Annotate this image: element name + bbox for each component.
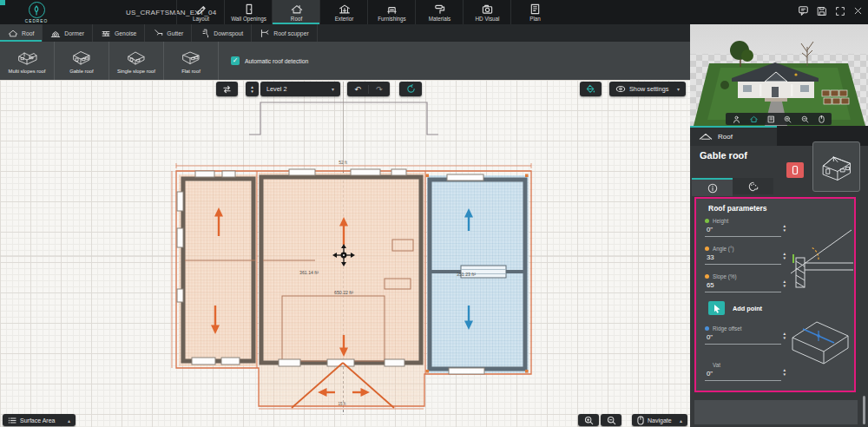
tool-flat-roof[interactable]: Flat roof (164, 42, 219, 80)
pencil-icon (195, 3, 207, 15)
chevron-up-icon: ▴ (68, 417, 70, 424)
undo-redo-group: ↶ ↷ (347, 82, 390, 96)
info-icon (707, 183, 718, 194)
roof-icon (699, 132, 713, 142)
tab-wall-openings[interactable]: Wall Openings (224, 0, 273, 24)
field-slope: Slope (%) 65 ▲▼ (705, 273, 788, 292)
3d-scene (690, 24, 868, 126)
ribbon-tab-roof-scupper[interactable]: Roof scupper (252, 24, 317, 42)
undo-button[interactable]: ↶ (347, 85, 369, 94)
panel-tab-roof[interactable]: Roof (690, 126, 777, 146)
delete-roof-button[interactable] (786, 162, 804, 178)
ribbon-tab-gutter[interactable]: Gutter (145, 24, 192, 42)
roof-icon (291, 3, 303, 15)
tool-multi-slopes-roof[interactable]: Multi slopes roof (0, 42, 55, 80)
area-label-middle: 650.22 ft² (334, 290, 353, 295)
zoom-in-button[interactable] (578, 414, 599, 426)
scupper-icon (260, 29, 270, 38)
vat-input[interactable]: 0" (705, 370, 781, 381)
chevron-down-icon: ▾ (332, 86, 334, 92)
zoom-out-button[interactable] (601, 414, 621, 426)
3d-preview[interactable] (690, 24, 868, 126)
navigate-button[interactable]: Navigate ▴ (632, 414, 687, 426)
ribbon-tab-downspout[interactable]: Downspout (192, 24, 252, 42)
top-bar: CEDREO US_CRAFTSMAN_EXT_04 Layout Wall O… (0, 0, 868, 24)
swap-level-button[interactable] (216, 82, 238, 96)
redo-button[interactable]: ↷ (369, 85, 390, 94)
ribbon-tab-roof[interactable]: Roof (0, 24, 43, 42)
porch-dimension-label: 15 ft (339, 402, 347, 406)
feedback-icon[interactable] (798, 5, 809, 16)
paint-roof-button[interactable] (580, 82, 602, 96)
tab-layout[interactable]: Layout (176, 0, 225, 24)
zoom-in-icon[interactable] (784, 115, 792, 123)
level-dropdown[interactable]: Level 2 ▾ (260, 82, 340, 96)
add-point-button[interactable]: Add point (708, 301, 762, 315)
save-icon[interactable] (817, 6, 827, 16)
fullscreen-icon[interactable] (835, 6, 845, 16)
person-icon[interactable] (733, 115, 740, 123)
slope-status-dot (705, 274, 709, 279)
area-label-right: 351.23 ft² (457, 272, 476, 277)
roof-type-thumbnail[interactable] (812, 141, 860, 192)
panel-subtab-info[interactable] (692, 178, 733, 196)
swap-arrows-icon (222, 85, 232, 94)
3d-nav-toolbar (726, 113, 832, 125)
leaf-icon (29, 2, 45, 18)
roof-parameters-section: Roof parameters Height 0" ▲▼ Angle (°) 3… (694, 197, 856, 392)
window-controls (798, 5, 863, 16)
area-label-left: 361.14 ft² (299, 270, 319, 275)
tool-gable-roof[interactable]: Gable roof (55, 42, 109, 80)
logo-text: CEDREO (19, 19, 54, 23)
ribbon-tab-dormer[interactable]: Dormer (43, 24, 93, 42)
automatic-roof-detection: ✓ Automatic roof detection (231, 42, 308, 80)
floor-plan-drawing: 52 ft (0, 78, 690, 427)
tab-materials[interactable]: Materials (415, 0, 464, 24)
slope-input[interactable]: 65 (705, 281, 781, 292)
collapsed-section[interactable] (694, 400, 858, 424)
angle-input[interactable]: 33 (705, 253, 781, 265)
multi-slopes-roof-icon (16, 49, 38, 67)
roof-view-icon[interactable] (750, 115, 758, 123)
height-input[interactable]: 0" (705, 226, 781, 237)
ribbon-tab-genoise[interactable]: Genoise (93, 24, 145, 42)
field-vat: Vat 0" ▲▼ (705, 362, 788, 381)
roof-section-left[interactable] (179, 174, 257, 366)
auto-roof-refresh-button[interactable] (399, 82, 422, 96)
surface-area-button[interactable]: Surface Area ▴ (3, 414, 76, 426)
tab-exterior[interactable]: Exterior (319, 0, 368, 24)
field-angle: Angle (°) 33 ▲▼ (705, 246, 788, 265)
roof-properties-panel: Gable roof Roof parameters Height 0" ▲▼ (690, 146, 868, 427)
roof-tools-bar: Multi slopes roof Gable roof Single slop… (0, 42, 690, 80)
tool-single-slope-roof[interactable]: Single slope roof (109, 42, 164, 80)
close-icon[interactable] (853, 6, 863, 16)
mouse-icon[interactable] (819, 115, 825, 123)
building-icon (339, 3, 351, 15)
panel-scrollbar[interactable] (863, 396, 865, 424)
plan-view-icon[interactable] (767, 115, 775, 123)
tab-hd-visual[interactable]: HD Visual (463, 0, 511, 24)
brick-rows-icon (101, 29, 111, 38)
slope-diagram (786, 218, 855, 291)
rotate-icon (406, 84, 416, 94)
list-icon (8, 417, 16, 424)
top-dimension-label: 52 ft (339, 160, 347, 165)
ridge-offset-diagram (784, 310, 857, 371)
panel-subtab-materials[interactable] (733, 178, 773, 194)
dormer-icon (50, 29, 61, 38)
tab-furnishings[interactable]: Furnishings (367, 0, 416, 24)
zoom-out-icon[interactable] (801, 115, 809, 123)
tab-roof[interactable]: Roof (272, 0, 320, 24)
gable-house-icon (819, 149, 855, 184)
ridge-offset-input[interactable]: 0" (705, 333, 781, 345)
gutter-icon (153, 29, 163, 38)
cedreo-logo[interactable]: CEDREO (19, 1, 54, 23)
checkbox-checked[interactable]: ✓ (231, 56, 240, 65)
angle-status-dot (705, 246, 709, 251)
tab-plan[interactable]: Plan (510, 0, 559, 24)
gable-roof-icon (70, 49, 93, 67)
level-stepper[interactable]: ▲▼ (246, 82, 259, 96)
show-settings-dropdown[interactable]: Show settings ▾ (609, 82, 686, 96)
zoom-out-icon (607, 416, 616, 425)
single-slope-roof-icon (125, 49, 148, 67)
